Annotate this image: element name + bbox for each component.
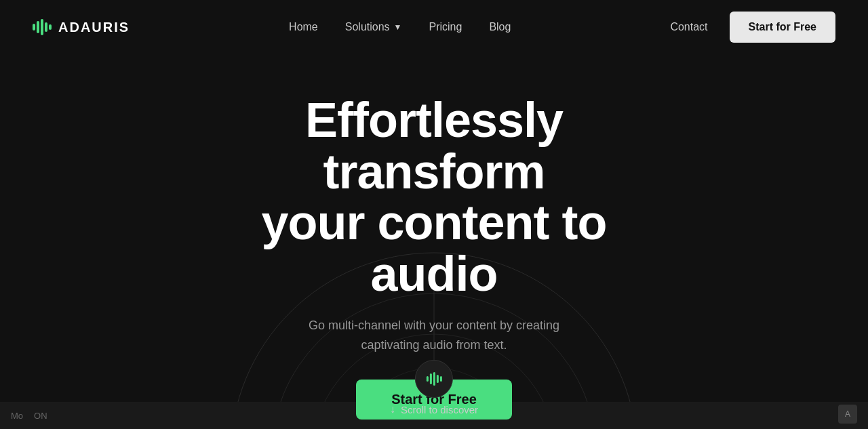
nav-item-blog[interactable]: Blog	[489, 21, 511, 33]
logo-icon	[33, 19, 52, 35]
scroll-down-arrow-icon: ↓	[390, 403, 395, 415]
hero-section: Effortlessly transform your content to a…	[0, 54, 868, 429]
scroll-label-row: ↓ Scroll to discover	[390, 403, 478, 415]
nav-item-pricing[interactable]: Pricing	[429, 21, 462, 33]
scroll-discover[interactable]: ↓ Scroll to discover	[390, 360, 478, 415]
nav-contact-link[interactable]: Contact	[670, 21, 707, 33]
nav-start-free-button[interactable]: Start for Free	[730, 12, 835, 43]
nav-item-home[interactable]: Home	[289, 21, 318, 33]
navbar: ADAURIS Home Solutions ▼ Pricing Blog Co…	[0, 0, 868, 54]
logo[interactable]: ADAURIS	[33, 19, 130, 35]
audio-waveform-icon	[427, 372, 442, 386]
bottom-strip-item-1: Mo	[11, 411, 23, 421]
scroll-icon-circle	[415, 360, 453, 398]
hero-subtitle: Go multi-channel with your content by cr…	[285, 316, 583, 355]
hero-title: Effortlessly transform your content to a…	[197, 95, 671, 300]
nav-item-solutions[interactable]: Solutions ▼	[345, 21, 402, 33]
chevron-down-icon: ▼	[394, 22, 402, 32]
bottom-strip-right-icon: A	[838, 405, 857, 424]
nav-links: Home Solutions ▼ Pricing Blog	[289, 21, 511, 33]
bottom-strip-item-2: ON	[34, 411, 47, 421]
scroll-label: Scroll to discover	[401, 404, 478, 415]
nav-right: Contact Start for Free	[670, 12, 835, 43]
logo-text: ADAURIS	[58, 20, 130, 35]
